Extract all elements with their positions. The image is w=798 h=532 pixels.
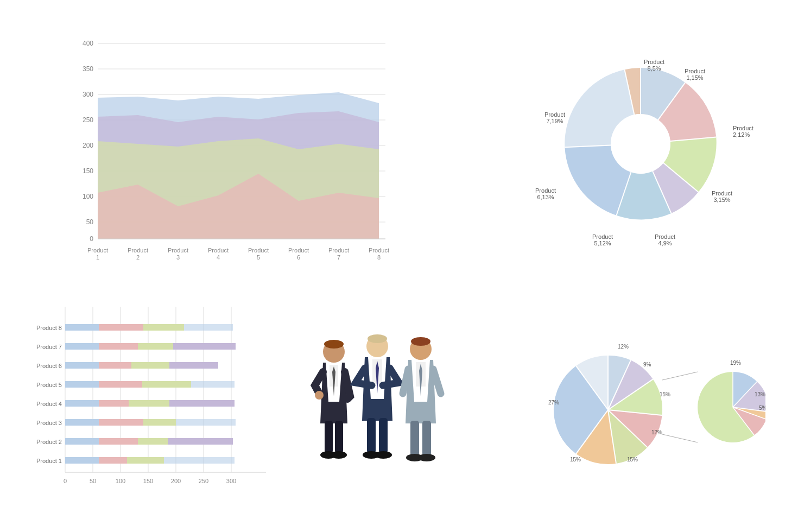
svg-text:1: 1	[96, 254, 99, 261]
svg-text:Product: Product	[128, 247, 148, 254]
svg-text:4: 4	[217, 254, 220, 261]
svg-text:3: 3	[176, 254, 180, 261]
svg-text:250: 250	[83, 116, 93, 124]
svg-rect-81	[127, 457, 164, 464]
svg-point-129	[368, 334, 387, 343]
svg-text:Product: Product	[208, 247, 229, 254]
svg-point-127	[331, 451, 347, 459]
svg-text:Product: Product	[87, 247, 108, 254]
svg-rect-85	[99, 438, 138, 445]
svg-rect-101	[142, 381, 191, 388]
svg-point-123	[315, 391, 324, 400]
svg-line-159	[662, 372, 698, 380]
svg-text:Product 7: Product 7	[36, 344, 62, 350]
area-chart: 400 350 300 250 200 150 100 50 0 Product…	[71, 33, 407, 261]
svg-rect-79	[65, 457, 99, 464]
svg-text:Product: Product	[655, 233, 675, 240]
svg-rect-84	[65, 438, 99, 445]
svg-rect-86	[138, 438, 168, 445]
svg-text:Product: Product	[168, 247, 188, 254]
svg-text:250: 250	[199, 478, 208, 484]
figures-svg	[282, 326, 456, 478]
small-pie-svg: 12% 9% 15% 12% 15% 15% 27%	[537, 326, 765, 489]
svg-rect-80	[99, 457, 127, 464]
svg-text:100: 100	[83, 193, 93, 200]
svg-text:5%: 5%	[759, 405, 765, 411]
area-chart-svg: 400 350 300 250 200 150 100 50 0 Product…	[71, 33, 407, 261]
svg-rect-125	[335, 421, 343, 453]
svg-text:12%: 12%	[618, 344, 629, 350]
svg-text:Product: Product	[328, 247, 349, 254]
svg-rect-141	[422, 421, 431, 456]
svg-text:150: 150	[83, 167, 93, 175]
svg-text:Product 6: Product 6	[36, 363, 62, 369]
svg-text:Product 5: Product 5	[36, 382, 62, 388]
svg-text:Product: Product	[248, 247, 269, 254]
svg-rect-90	[99, 419, 143, 426]
svg-text:13%: 13%	[755, 391, 765, 397]
svg-text:5,12%: 5,12%	[594, 240, 611, 246]
svg-text:150: 150	[143, 478, 153, 484]
svg-text:9%: 9%	[643, 362, 651, 368]
svg-text:50: 50	[90, 478, 96, 484]
svg-text:27%: 27%	[548, 400, 559, 406]
svg-text:3,15%: 3,15%	[713, 197, 730, 203]
svg-rect-106	[131, 362, 169, 369]
svg-text:Product: Product	[712, 190, 732, 197]
svg-rect-92	[176, 419, 236, 426]
pie-chart: Product 8,5% Product 1,15% Product 2,12%…	[527, 27, 755, 261]
svg-point-120	[324, 340, 344, 349]
svg-rect-133	[379, 418, 388, 453]
svg-rect-114	[65, 324, 99, 331]
svg-text:6: 6	[297, 254, 300, 261]
svg-rect-111	[138, 343, 173, 350]
svg-point-39	[611, 114, 670, 174]
svg-rect-117	[184, 324, 233, 331]
svg-point-137	[411, 337, 430, 346]
svg-rect-102	[191, 381, 235, 388]
svg-text:300: 300	[226, 478, 236, 484]
svg-text:Product: Product	[733, 125, 753, 131]
svg-text:0: 0	[64, 478, 67, 484]
svg-rect-140	[410, 421, 419, 456]
svg-text:Product 3: Product 3	[36, 420, 62, 426]
svg-text:Product: Product	[369, 247, 389, 254]
svg-text:Product: Product	[592, 233, 613, 240]
svg-text:300: 300	[83, 91, 93, 98]
svg-text:400: 400	[83, 40, 93, 47]
svg-text:15%: 15%	[660, 391, 670, 397]
svg-text:Product: Product	[288, 247, 309, 254]
svg-text:2: 2	[136, 254, 140, 261]
svg-text:100: 100	[116, 478, 125, 484]
svg-text:0: 0	[90, 235, 93, 243]
svg-rect-96	[129, 400, 169, 407]
svg-rect-124	[325, 421, 333, 453]
svg-text:2,12%: 2,12%	[733, 131, 750, 138]
svg-text:12%: 12%	[651, 429, 662, 435]
svg-line-160	[662, 434, 698, 442]
svg-text:Product: Product	[644, 59, 664, 65]
svg-text:6,13%: 6,13%	[537, 194, 554, 200]
svg-text:200: 200	[83, 142, 93, 149]
small-pie-charts: 12% 9% 15% 12% 15% 15% 27%	[537, 326, 765, 489]
svg-text:Product 4: Product 4	[36, 401, 62, 407]
svg-rect-104	[65, 362, 99, 369]
svg-text:Product 8: Product 8	[36, 325, 62, 331]
svg-rect-97	[169, 400, 235, 407]
svg-text:19%: 19%	[730, 360, 741, 366]
svg-text:15%: 15%	[570, 457, 581, 463]
svg-rect-107	[169, 362, 218, 369]
svg-text:1,15%: 1,15%	[686, 74, 703, 81]
svg-text:7: 7	[337, 254, 340, 261]
bar-chart: 0 50 100 150 200 250 300 Product 1 Produ…	[16, 299, 282, 499]
svg-rect-82	[164, 457, 235, 464]
pie-chart-svg: Product 8,5% Product 1,15% Product 2,12%…	[527, 27, 755, 261]
svg-text:Product 2: Product 2	[36, 439, 62, 445]
svg-text:Product: Product	[544, 111, 565, 118]
svg-rect-99	[65, 381, 99, 388]
svg-rect-132	[367, 418, 376, 453]
svg-point-135	[375, 451, 392, 459]
svg-text:50: 50	[86, 218, 94, 226]
svg-text:4,9%: 4,9%	[658, 240, 672, 246]
svg-text:Product 1: Product 1	[36, 458, 62, 464]
